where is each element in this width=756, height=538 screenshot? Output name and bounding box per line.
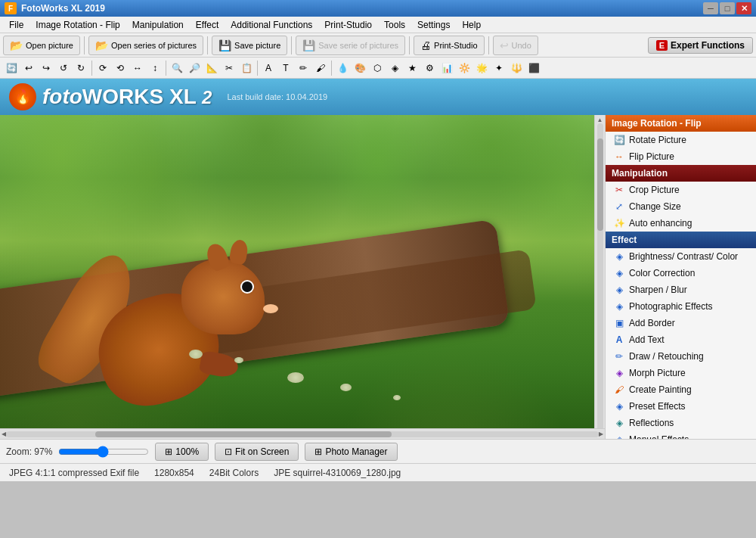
close-button[interactable]: ✕ [736, 2, 751, 14]
tb-icon-5[interactable]: ↻ [73, 60, 89, 76]
tb-icon-17[interactable]: ✏ [295, 60, 311, 76]
scroll-thumb-v[interactable] [597, 138, 603, 231]
app-logo-icon: 🔥 [9, 83, 36, 110]
toolbar-sep-3 [291, 36, 292, 54]
image-canvas[interactable] [0, 115, 594, 428]
section-header-effect[interactable]: Effect [606, 232, 756, 248]
scroll-thumb-h[interactable] [95, 431, 392, 437]
tb-icon-16[interactable]: T [277, 60, 294, 76]
panel-item-add-border[interactable]: ▣ Add Border [606, 315, 756, 331]
squirrel-eye [242, 281, 253, 292]
menu-print-studio[interactable]: Print-Studio [318, 17, 378, 33]
open-picture-icon: 📂 [10, 39, 23, 51]
panel-item-auto-enhance[interactable]: ✨ Auto enhancing [606, 215, 756, 232]
scroll-right-arrow[interactable]: ▶ [599, 431, 603, 437]
save-picture-button[interactable]: 💾 Save picture [212, 36, 287, 55]
status-bar: JPEG 4:1:1 compressed Exif file 1280x854… [0, 463, 756, 481]
tb-icon-9[interactable]: ↕ [147, 60, 163, 76]
panel-item-flip-picture[interactable]: ↔ Flip Picture [606, 148, 756, 165]
panel-item-reflections[interactable]: ◈ Reflections [606, 415, 756, 431]
tb-icon-28[interactable]: ✦ [491, 60, 507, 76]
tb-icon-26[interactable]: 🔆 [456, 60, 472, 76]
menu-tools[interactable]: Tools [378, 17, 411, 33]
tb-icon-25[interactable]: 📊 [438, 60, 455, 76]
menu-file[interactable]: File [3, 17, 29, 33]
tb-icon-12[interactable]: 📐 [203, 60, 220, 76]
photo-manager-button[interactable]: ⊞ Photo Manager [305, 443, 397, 461]
squirrel-head [181, 259, 265, 334]
panel-item-photo-effects[interactable]: ◈ Photographic Effects [606, 298, 756, 315]
tb-icon-21[interactable]: ⬡ [369, 60, 386, 76]
hundred-percent-icon: ⊞ [165, 446, 172, 457]
menu-additional-functions[interactable]: Additional Functions [225, 17, 318, 33]
panel-item-brightness[interactable]: ◈ Brightness/ Contrast/ Color [606, 248, 756, 265]
menu-settings[interactable]: Settings [411, 17, 456, 33]
tb-icon-29[interactable]: 🔱 [508, 60, 525, 76]
tb-icon-4[interactable]: ↺ [55, 60, 72, 76]
tb-icon-11[interactable]: 🔎 [186, 60, 203, 76]
tb-icon-15[interactable]: A [260, 60, 277, 76]
panel-item-sharpen[interactable]: ◈ Sharpen / Blur [606, 281, 756, 298]
tb-icon-2[interactable]: ↩ [20, 60, 37, 76]
tb-icon-23[interactable]: ★ [404, 60, 420, 76]
menu-image-rotation[interactable]: Image Rotation - Flip [29, 17, 125, 33]
squirrel-ear-right [228, 238, 249, 265]
undo-button[interactable]: ↩ Undo [493, 36, 538, 55]
tb-icon-3[interactable]: ↪ [38, 60, 54, 76]
open-series-button[interactable]: 📂 Open series of pictures [88, 36, 203, 55]
tb-icon-1[interactable]: 🔄 [3, 60, 20, 76]
icon-sep-1 [91, 61, 92, 76]
section-header-rotation[interactable]: Image Rotation - Flip [606, 115, 756, 132]
zoom-slider[interactable] [58, 446, 149, 458]
panel-item-color-correction[interactable]: ◈ Color Correction [606, 265, 756, 281]
tb-icon-13[interactable]: ✂ [221, 60, 237, 76]
minimize-button[interactable]: ─ [703, 2, 718, 14]
horizontal-scrollbar[interactable]: ◀ ▶ [0, 428, 605, 439]
scroll-up-arrow[interactable]: ▲ [597, 117, 603, 123]
panel-item-draw[interactable]: ✏ Draw / Retouching [606, 348, 756, 365]
panel-item-manual-effects[interactable]: ◈ Manual Effects [606, 431, 756, 439]
vertical-scrollbar[interactable]: ▲ ▼ [594, 115, 605, 428]
tb-icon-19[interactable]: 💧 [334, 60, 351, 76]
menu-help[interactable]: Help [456, 17, 487, 33]
tb-icon-20[interactable]: 🎨 [352, 60, 368, 76]
expert-functions-button[interactable]: E Expert Functions [648, 37, 753, 54]
panel-item-change-size[interactable]: ⤢ Change Size [606, 198, 756, 215]
panel-item-preset-effects[interactable]: ◈ Preset Effects [606, 398, 756, 415]
scroll-track-v[interactable] [597, 123, 603, 428]
tb-icon-10[interactable]: 🔍 [169, 60, 185, 76]
tb-icon-22[interactable]: ◈ [386, 60, 403, 76]
panel-item-create-painting[interactable]: 🖌 Create Painting [606, 381, 756, 398]
icon-toolbar: 🔄 ↩ ↪ ↺ ↻ ⟳ ⟲ ↔ ↕ 🔍 🔎 📐 ✂ 📋 A T ✏ 🖌 💧 🎨 … [0, 58, 756, 79]
maximize-button[interactable]: □ [720, 2, 735, 14]
menu-effect[interactable]: Effect [190, 17, 225, 33]
panel-item-crop[interactable]: ✂ Crop Picture [606, 182, 756, 198]
panel-item-rotate-picture[interactable]: 🔄 Rotate Picture [606, 132, 756, 148]
panel-item-add-text[interactable]: A Add Text [606, 331, 756, 348]
tb-icon-7[interactable]: ⟲ [112, 60, 129, 76]
hundred-percent-button[interactable]: ⊞ 100% [155, 443, 209, 461]
print-studio-button[interactable]: 🖨 Print-Studio [414, 36, 484, 55]
tb-icon-6[interactable]: ⟳ [94, 60, 111, 76]
save-serie-button[interactable]: 💾 Save serie of pictures [296, 36, 405, 55]
toolbar-sep-5 [488, 36, 489, 54]
tb-icon-18[interactable]: 🖌 [312, 60, 329, 76]
tb-icon-8[interactable]: ↔ [129, 60, 146, 76]
panel-item-morph[interactable]: ◈ Morph Picture [606, 365, 756, 381]
section-header-manipulation[interactable]: Manipulation [606, 165, 756, 182]
tb-icon-30[interactable]: ⬛ [525, 60, 542, 76]
fit-on-screen-button[interactable]: ⊡ Fit on Screen [215, 443, 299, 461]
lichen-1 [189, 350, 203, 359]
tb-icon-27[interactable]: 🌟 [473, 60, 490, 76]
brightness-icon: ◈ [613, 250, 625, 263]
rotate-picture-icon: 🔄 [613, 134, 625, 146]
add-text-icon: A [613, 334, 625, 346]
scroll-track-h[interactable] [6, 431, 599, 437]
preset-effects-icon: ◈ [613, 400, 625, 412]
morph-icon: ◈ [613, 367, 625, 379]
tb-icon-24[interactable]: ⚙ [421, 60, 438, 76]
right-panel: Image Rotation - Flip 🔄 Rotate Picture ↔… [605, 115, 756, 439]
tb-icon-14[interactable]: 📋 [238, 60, 255, 76]
open-picture-button[interactable]: 📂 Open picture [3, 36, 80, 55]
menu-manipulation[interactable]: Manipulation [126, 17, 190, 33]
